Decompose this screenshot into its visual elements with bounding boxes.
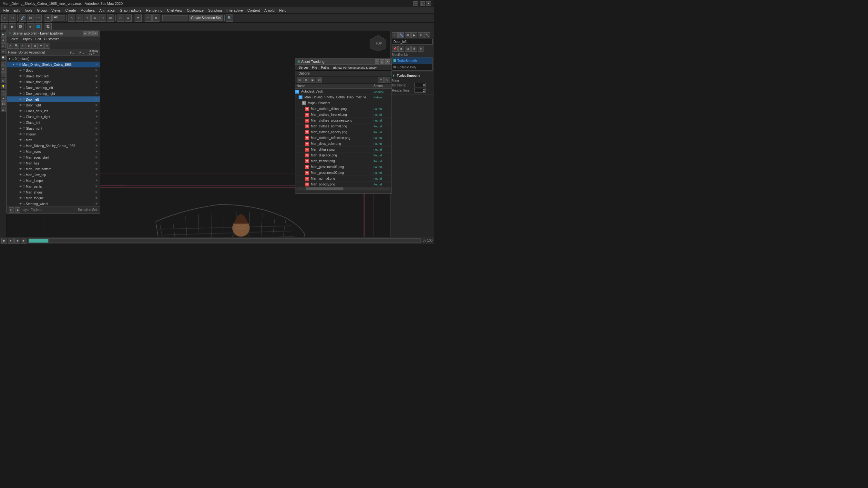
config-sets-btn[interactable]: ⚙ xyxy=(418,46,424,52)
select-move-btn[interactable]: ✛ xyxy=(84,14,91,22)
render-setup-btn[interactable]: ⚙ xyxy=(1,23,8,30)
menu-item-animation[interactable]: Animation xyxy=(97,8,117,13)
at-maximize-btn[interactable]: □ xyxy=(380,59,384,64)
selection-filter-dropdown[interactable]: All xyxy=(52,15,65,21)
at-list-item[interactable]: M Man_opacity.png Found xyxy=(296,182,392,187)
create-tab-btn[interactable]: + xyxy=(392,32,398,38)
at-list-item[interactable]: M Man_diffuse.png Found xyxy=(296,147,392,153)
at-list[interactable]: V Autodesk Vault Logged. F Man_Driving_S… xyxy=(296,89,392,187)
tree-item[interactable]: 👁⬡Man_pants👁 xyxy=(7,184,100,189)
tree-item[interactable]: 👁⬡Glass_dark_right👁 xyxy=(7,114,100,120)
tree-item[interactable]: 👁⬡Man_Jaw_bottom👁 xyxy=(7,166,100,172)
se-filter-btn[interactable]: ≡ xyxy=(44,43,50,49)
menu-item-edit[interactable]: Edit xyxy=(11,8,22,13)
tree-item[interactable]: 👁⬡Body👁 xyxy=(7,67,100,73)
schematic-view-btn[interactable]: ⊠ xyxy=(152,14,159,22)
create-selection-set-btn[interactable]: Create Selection Set xyxy=(189,15,223,21)
tree-item[interactable]: 👁⬡Man_Driving_Shelby_Cobra_1965👁 xyxy=(7,143,100,149)
at-list-item[interactable]: M Man_clothes_normal.png Found xyxy=(296,124,392,129)
menu-item-views[interactable]: Views xyxy=(50,8,63,13)
se-add-layer-btn[interactable]: + xyxy=(20,43,26,49)
se-maximize-btn[interactable]: □ xyxy=(88,31,93,35)
menu-item-civil-view[interactable]: Civil View xyxy=(165,8,184,13)
select-scale-btn[interactable]: ⊡ xyxy=(99,14,106,22)
at-list-item[interactable]: M Man_clothes_reflection.png Found xyxy=(296,135,392,141)
selection-filter-btn[interactable]: ▼ xyxy=(44,14,52,22)
menu-item-interactive[interactable]: Interactive xyxy=(225,8,245,13)
at-btn3[interactable]: ◉ xyxy=(310,77,315,83)
at-list-item[interactable]: M Man_displace.png Found xyxy=(296,153,392,158)
make-unique-btn[interactable]: ⊡ xyxy=(405,46,411,52)
tree-item[interactable]: 👁⬡Man_eyes👁 xyxy=(7,149,100,155)
object-name-field[interactable] xyxy=(392,39,433,44)
at-help-btn[interactable]: ? xyxy=(378,77,384,83)
at-options-menu[interactable]: Options xyxy=(297,71,311,75)
select-btn[interactable]: ↖ xyxy=(68,14,75,22)
se-search-btn[interactable]: 🔍 xyxy=(13,43,19,49)
at-minimize-btn[interactable]: ─ xyxy=(375,59,379,64)
menu-item-arnold[interactable]: Arnold xyxy=(262,8,277,13)
select-region-btn[interactable]: □ xyxy=(76,14,83,22)
tree-item[interactable]: 👁⬡Glass_dark_left👁 xyxy=(7,108,100,114)
tree-item[interactable]: 👁⬡Glass_left👁 xyxy=(7,120,100,126)
pin-stack-btn[interactable]: 📌 xyxy=(392,46,398,52)
menu-item-tools[interactable]: Tools xyxy=(22,8,35,13)
tree-item[interactable]: 👁⬡Steering_wheel👁 xyxy=(7,201,100,206)
at-settings-btn[interactable]: ⚙ xyxy=(384,77,390,83)
left-icon-2[interactable]: ◈ xyxy=(1,37,6,42)
left-icon-10[interactable]: 💡 xyxy=(1,84,6,89)
left-icon-14[interactable]: ⊞ xyxy=(1,107,6,112)
render-env-btn[interactable]: 🌐 xyxy=(35,23,42,30)
tree-item[interactable]: ▼👁⊞Man_Driving_Shelby_Cobra_1965👁 xyxy=(7,62,100,67)
left-icon-4[interactable]: ✦ xyxy=(1,49,6,54)
menu-item-graph-editors[interactable]: Graph Editors xyxy=(118,8,144,13)
se-menu-edit[interactable]: Edit xyxy=(34,37,42,41)
se-tree[interactable]: ▼⬡0 (default)▼👁⊞Man_Driving_Shelby_Cobra… xyxy=(7,56,100,206)
left-icon-6[interactable]: ◻ xyxy=(1,61,6,66)
tree-item[interactable]: 👁⬡Door_covering_right👁 xyxy=(7,91,100,96)
layer-mgr-btn[interactable]: ≣ xyxy=(134,14,142,22)
at-list-item[interactable]: F Man_Driving_Shelby_Cobra_1965_max_vray… xyxy=(296,95,392,100)
tree-item[interactable]: 👁⬡Man_Jaw_top👁 xyxy=(7,172,100,178)
menu-item-create[interactable]: Create xyxy=(63,8,78,13)
tree-item[interactable]: 👁⬡Glass_right👁 xyxy=(7,126,100,131)
next-frame-btn[interactable]: ▶ xyxy=(21,238,27,243)
se-menu-select[interactable]: Select xyxy=(8,37,20,41)
at-list-item[interactable]: M Man_clothes_fresnel.png Found xyxy=(296,112,392,118)
unlink-btn[interactable]: ⛓ xyxy=(27,14,34,22)
at-bitmap-menu[interactable]: Bitmap Performance and Memory xyxy=(331,66,379,70)
at-btn2[interactable]: ≡ xyxy=(303,77,309,83)
tree-item[interactable]: 👁⬡Man_eyes_shell👁 xyxy=(7,155,100,160)
timeline[interactable] xyxy=(28,238,421,243)
iterations-input[interactable] xyxy=(414,83,426,88)
se-footer-btn2[interactable]: ▶ xyxy=(15,207,20,213)
at-list-item[interactable]: M Man_normal.png Found xyxy=(296,176,392,182)
tree-item[interactable]: 👁⬡Brake_front_left👁 xyxy=(7,73,100,79)
se-add-obj-btn[interactable]: ⊕ xyxy=(26,43,32,49)
tree-item[interactable]: 👁⬡Man_shoes👁 xyxy=(7,189,100,195)
modify-tab-btn[interactable]: 🔧 xyxy=(398,32,404,38)
reference-coord-btn[interactable]: ⊞ xyxy=(107,14,114,22)
curve-editor-btn[interactable]: ~ xyxy=(145,14,152,22)
tree-item[interactable]: 👁⬡Brake_front_right👁 xyxy=(7,79,100,85)
search-btn[interactable]: 🔍 xyxy=(226,14,233,22)
civil-view-btn[interactable]: 🏗 xyxy=(44,23,52,30)
material-editor-btn[interactable]: ◈ xyxy=(27,23,34,30)
hierarchy-tab-btn[interactable]: ⊞ xyxy=(405,32,411,38)
tree-item[interactable]: ▼⬡0 (default) xyxy=(7,56,100,62)
se-footer-btn1[interactable]: ⊞ xyxy=(9,207,14,213)
menu-item-help[interactable]: Help xyxy=(277,8,288,13)
menu-item-group[interactable]: Group xyxy=(35,8,49,13)
editable-poly-modifier[interactable]: Editable Poly xyxy=(392,64,432,70)
at-btn4[interactable]: 🖼 xyxy=(316,77,322,83)
at-server-menu[interactable]: Server xyxy=(297,65,310,70)
named-sel-dropdown[interactable] xyxy=(162,15,188,21)
stop-btn[interactable]: ■ xyxy=(8,238,13,243)
at-list-item[interactable]: M Man_fresnel.png Found xyxy=(296,158,392,164)
tree-item[interactable]: 👁⬡Door_right👁 xyxy=(7,102,100,108)
se-menu-customize[interactable]: Customize xyxy=(43,37,61,41)
play-btn[interactable]: ▶ xyxy=(1,238,7,243)
at-scrollbar[interactable] xyxy=(297,187,390,190)
turbosmooth-modifier[interactable]: TurboSmooth xyxy=(392,57,432,64)
utilities-tab-btn[interactable]: 🔨 xyxy=(424,32,430,38)
